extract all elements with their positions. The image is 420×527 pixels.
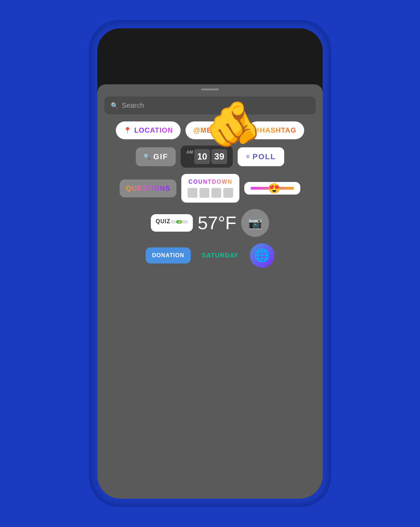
location-pin-icon: 📍 bbox=[124, 127, 131, 134]
location-label: LOCATION bbox=[134, 126, 173, 134]
sticker-row-5: DONATION SATURDAY 🌐 bbox=[104, 243, 316, 268]
slider-track: 😍 bbox=[251, 187, 294, 190]
phone-inner: 🫵 🔍 Search 📍 LOCATION @MENTION #HASHTAG bbox=[97, 28, 323, 499]
sticker-row-4: QUIZ ✓ 57°F 📷 bbox=[104, 209, 316, 237]
mention-label: @MENTION bbox=[193, 126, 235, 134]
quiz-bar-1 bbox=[170, 220, 176, 224]
countdown-label: COUNTDOWN bbox=[189, 179, 233, 185]
time-minutes: 39 bbox=[211, 149, 227, 164]
slider-emoji: 😍 bbox=[268, 183, 280, 194]
quiz-bar-correct: ✓ bbox=[176, 220, 183, 224]
time-hours: 10 bbox=[194, 149, 210, 164]
saturday-sticker[interactable]: SATURDAY bbox=[196, 247, 245, 264]
questions-label: QUESTIONS bbox=[126, 184, 170, 192]
sticker-row-2: 🔍 GIF AM 10 39 ≡ POLL bbox=[104, 146, 316, 168]
gif-search-icon: 🔍 bbox=[144, 153, 150, 160]
countdown-block-2 bbox=[200, 188, 209, 198]
countdown-blocks bbox=[188, 188, 233, 198]
globe-icon: 🌐 bbox=[254, 248, 270, 263]
temperature-sticker[interactable]: 57°F bbox=[198, 212, 236, 233]
countdown-sticker[interactable]: COUNTDOWN bbox=[181, 174, 239, 203]
phone-outer: 🫵 🔍 Search 📍 LOCATION @MENTION #HASHTAG bbox=[91, 22, 329, 505]
emoji-slider-sticker[interactable]: 😍 bbox=[244, 182, 300, 195]
countdown-block-3 bbox=[211, 188, 221, 198]
search-bar[interactable]: 🔍 Search bbox=[104, 97, 316, 114]
camera-icon: 📷 bbox=[248, 216, 262, 230]
quiz-bar-2 bbox=[182, 220, 188, 224]
camera-sticker[interactable]: 📷 bbox=[241, 209, 269, 237]
gif-sticker[interactable]: 🔍 GIF bbox=[136, 147, 176, 166]
quiz-sticker[interactable]: QUIZ ✓ bbox=[151, 214, 193, 232]
hashtag-label: #HASHTAG bbox=[255, 126, 296, 134]
donation-label: DONATION bbox=[152, 252, 184, 259]
poll-icon: ≡ bbox=[246, 153, 250, 160]
time-sticker[interactable]: AM 10 39 bbox=[181, 146, 233, 168]
hashtag-sticker[interactable]: #HASHTAG bbox=[248, 121, 304, 139]
countdown-block-1 bbox=[188, 188, 197, 198]
quiz-title: QUIZ bbox=[156, 218, 170, 225]
search-icon: 🔍 bbox=[111, 102, 118, 110]
donation-sticker[interactable]: DONATION bbox=[146, 247, 190, 264]
poll-sticker[interactable]: ≡ POLL bbox=[238, 147, 284, 166]
quiz-check-icon: ✓ bbox=[178, 220, 181, 224]
search-placeholder: Search bbox=[122, 101, 144, 110]
poll-label: POLL bbox=[253, 152, 276, 161]
mention-sticker[interactable]: @MENTION bbox=[186, 121, 243, 139]
notch bbox=[178, 28, 241, 39]
time-ampm: AM bbox=[186, 150, 193, 155]
gif-label: GIF bbox=[153, 152, 168, 161]
questions-sticker[interactable]: QUESTIONS bbox=[120, 180, 177, 197]
globe-sticker[interactable]: 🌐 bbox=[250, 243, 274, 268]
saturday-label: SATURDAY bbox=[202, 252, 239, 259]
temperature-label: 57°F bbox=[198, 212, 236, 233]
sticker-row-3: QUESTIONS COUNTDOWN 😍 bbox=[104, 174, 316, 203]
drag-handle[interactable] bbox=[201, 89, 219, 90]
sticker-row-1: 📍 LOCATION @MENTION #HASHTAG bbox=[104, 121, 316, 139]
countdown-block-4 bbox=[223, 188, 233, 198]
location-sticker[interactable]: 📍 LOCATION bbox=[116, 121, 181, 139]
sticker-panel: 🔍 Search 📍 LOCATION @MENTION #HASHTAG bbox=[97, 84, 323, 499]
